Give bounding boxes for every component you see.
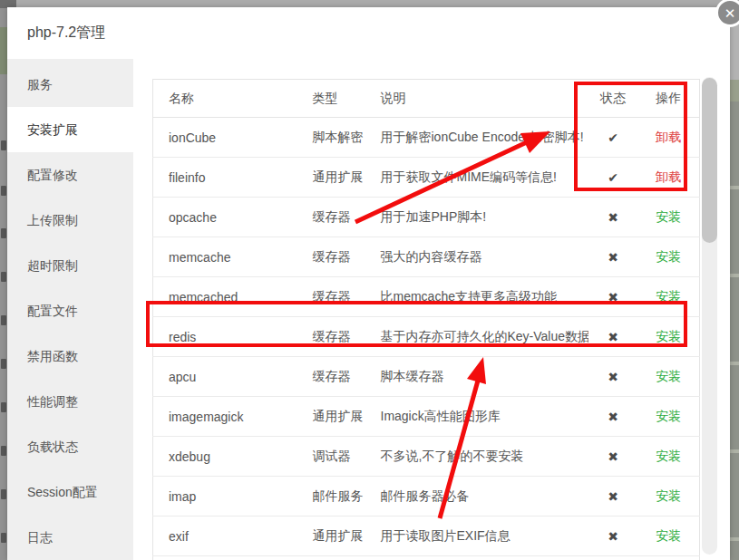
- sidebar-item-8[interactable]: 负载状态: [7, 424, 133, 469]
- modal-body: 服务安装扩展配置修改上传限制超时限制配置文件禁用函数性能调整负载状态Sessio…: [7, 59, 730, 560]
- cell-status: ✔: [588, 158, 638, 198]
- background-text-fragment: [1, 446, 6, 456]
- cell-type: 缓存器: [312, 198, 380, 237]
- col-header-desc: 说明: [380, 80, 588, 118]
- sidebar-item-7[interactable]: 性能调整: [7, 379, 133, 424]
- cell-action: 安装: [638, 517, 700, 556]
- sidebar-item-9[interactable]: Session配置: [7, 469, 133, 515]
- close-icon[interactable]: ✕: [715, 0, 739, 27]
- cell-desc: 基于内存亦可持久化的Key-Value数据库: [380, 317, 588, 357]
- table-row-opcache: opcache缓存器用于加速PHP脚本!✖安装: [153, 198, 700, 237]
- sidebar-item-1[interactable]: 安装扩展: [7, 107, 133, 152]
- not-installed-cross-icon: ✖: [608, 489, 618, 504]
- not-installed-cross-icon: ✖: [608, 370, 618, 384]
- modal-header: php-7.2管理: [7, 7, 730, 59]
- cell-desc: 比memcache支持更多高级功能: [380, 277, 588, 317]
- cell-name: redis: [153, 317, 312, 357]
- sidebar-item-10[interactable]: 日志: [7, 515, 133, 560]
- cell-status: ✖: [588, 477, 638, 517]
- install-link-memcached[interactable]: 安装: [656, 289, 681, 304]
- not-installed-cross-icon: ✖: [608, 529, 618, 544]
- cell-desc: 强大的内容缓存器: [380, 237, 588, 277]
- cell-name: exif: [153, 517, 312, 556]
- cell-type: 通用扩展: [312, 158, 380, 198]
- background-table-rows: [730, 101, 739, 560]
- background-text-fragment: [1, 489, 6, 499]
- cell-status: ✖: [588, 357, 638, 397]
- uninstall-link-ionCube[interactable]: 卸载: [656, 130, 681, 144]
- extensions-table: 名称 类型 说明 状态 操作 ionCube脚本解密用于解密ionCube En…: [152, 79, 700, 560]
- background-text-fragment: [1, 402, 6, 412]
- cell-type: 调试器: [312, 437, 380, 477]
- cell-desc: Imagick高性能图形库: [380, 397, 588, 437]
- install-link-xdebug[interactable]: 安装: [656, 449, 681, 463]
- table-row-apcu: apcu缓存器脚本缓存器✖安装: [153, 357, 700, 397]
- sidebar-item-6[interactable]: 禁用函数: [7, 333, 133, 379]
- table-row-fileinfo: fileinfo通用扩展用于获取文件MIME编码等信息!✔卸载: [153, 158, 700, 198]
- cell-name: memcached: [153, 277, 312, 317]
- table-row-exif: exif通用扩展用于读取图片EXIF信息✖安装: [153, 517, 700, 556]
- cell-type: 缓存器: [312, 237, 380, 277]
- sidebar-item-2[interactable]: 配置修改: [7, 152, 133, 198]
- background-text-fragment: [1, 533, 6, 543]
- cell-type: 缓存器: [312, 357, 380, 397]
- cell-empty: [380, 556, 588, 560]
- not-installed-cross-icon: ✖: [608, 410, 618, 424]
- cell-status: ✖: [588, 277, 638, 317]
- cell-status: ✖: [588, 237, 638, 277]
- table-row-imagemagick: imagemagick通用扩展Imagick高性能图形库✖安装: [153, 397, 700, 437]
- sidebar-item-4[interactable]: 超时限制: [7, 243, 133, 288]
- cell-desc: 用于加速PHP脚本!: [380, 198, 588, 237]
- cell-action: 安装: [638, 357, 700, 397]
- table-row-ionCube: ionCube脚本解密用于解密ionCube Encoder加密脚本!✔卸载: [153, 118, 700, 158]
- col-header-type: 类型: [312, 80, 380, 118]
- install-link-memcache[interactable]: 安装: [656, 249, 681, 264]
- cell-desc: 用于解密ionCube Encoder加密脚本!: [380, 118, 588, 158]
- installed-check-icon: ✔: [608, 130, 618, 145]
- not-installed-cross-icon: ✖: [608, 250, 618, 265]
- cell-desc: 用于读取图片EXIF信息: [380, 517, 588, 556]
- cell-desc: 脚本缓存器: [380, 357, 588, 397]
- background-left-green-block: [0, 27, 7, 74]
- not-installed-cross-icon: ✖: [608, 449, 618, 464]
- cell-action: 卸载: [638, 158, 700, 198]
- install-link-opcache[interactable]: 安装: [656, 209, 681, 224]
- cell-action: 安装: [638, 477, 700, 517]
- table-row-memcache: memcache缓存器强大的内容缓存器✖安装: [153, 237, 700, 277]
- cell-action: 安装: [638, 277, 700, 317]
- background-right-green-block: [730, 80, 739, 101]
- install-link-exif[interactable]: 安装: [656, 528, 681, 543]
- cell-name: opcache: [153, 198, 312, 237]
- sidebar-item-0[interactable]: 服务: [7, 62, 133, 107]
- background-text-fragment: [1, 228, 6, 238]
- cell-action: 卸载: [638, 118, 700, 158]
- not-installed-cross-icon: ✖: [608, 330, 618, 344]
- sidebar-item-3[interactable]: 上传限制: [7, 198, 133, 243]
- col-header-name: 名称: [153, 80, 312, 118]
- cell-action: 安装: [638, 317, 700, 357]
- cell-empty: [153, 556, 312, 560]
- install-link-imap[interactable]: 安装: [656, 488, 681, 503]
- table-row-imap: imap邮件服务邮件服务器必备✖安装: [153, 477, 700, 517]
- table-row-redis: redis缓存器基于内存亦可持久化的Key-Value数据库✖安装: [153, 317, 700, 357]
- install-link-redis[interactable]: 安装: [656, 329, 681, 343]
- extensions-table-body: ionCube脚本解密用于解密ionCube Encoder加密脚本!✔卸载fi…: [153, 118, 700, 560]
- uninstall-link-fileinfo[interactable]: 卸载: [656, 169, 681, 184]
- cell-name: fileinfo: [153, 158, 312, 198]
- install-link-apcu[interactable]: 安装: [656, 369, 681, 383]
- cell-type: 缓存器: [312, 277, 380, 317]
- cell-empty: [638, 556, 700, 560]
- cell-status: ✖: [588, 437, 638, 477]
- table-row-empty: [153, 556, 700, 560]
- cell-name: ionCube: [153, 118, 312, 158]
- cell-name: apcu: [153, 357, 312, 397]
- cell-type: 通用扩展: [312, 397, 380, 437]
- cell-desc: 邮件服务器必备: [380, 477, 588, 517]
- cell-status: ✖: [588, 317, 638, 357]
- scrollbar-thumb[interactable]: [702, 78, 717, 243]
- sidebar-item-5[interactable]: 配置文件: [7, 288, 133, 333]
- install-link-imagemagick[interactable]: 安装: [656, 409, 681, 423]
- cell-name: memcache: [153, 237, 312, 277]
- background-text-fragment: [1, 315, 6, 325]
- sidebar: 服务安装扩展配置修改上传限制超时限制配置文件禁用函数性能调整负载状态Sessio…: [7, 59, 133, 560]
